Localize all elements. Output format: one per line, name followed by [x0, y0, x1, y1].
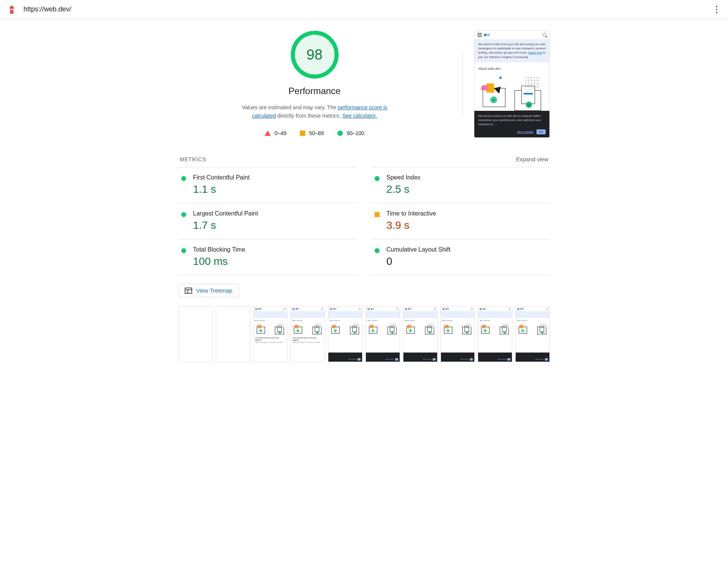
search-icon: [543, 33, 546, 37]
metric-value: 0: [386, 255, 547, 268]
filmstrip-thumbnail[interactable]: About web.dev More details: [441, 306, 475, 362]
preview-banner-link: Apply now: [528, 51, 542, 54]
square-icon: [375, 212, 380, 217]
metric-value: 1.1 s: [193, 183, 353, 195]
metric-name: Speed Index: [386, 174, 547, 181]
metric-value: 3.9 s: [386, 219, 547, 231]
metric-value: 2.5 s: [386, 183, 547, 195]
lighthouse-icon: [7, 5, 17, 14]
page-screenshot-preview[interactable]: We want to hear from you! We are looking…: [474, 30, 550, 138]
metric-row[interactable]: First Contentful Paint1.1 s: [178, 167, 356, 203]
metric-row[interactable]: Total Blocking Time100 ms: [178, 239, 356, 275]
triangle-icon: [265, 131, 271, 136]
hamburger-icon: [477, 33, 482, 37]
metric-name: Largest Contentful Paint: [193, 210, 353, 217]
filmstrip-thumbnail[interactable]: About web.dev More details: [515, 306, 550, 362]
metric-name: Cumulative Layout Shift: [386, 246, 547, 253]
square-icon: [300, 131, 305, 136]
preview-more-details-link: More details: [517, 130, 534, 134]
filmstrip-thumbnail[interactable]: About web.dev Let's build the future of …: [290, 306, 325, 362]
svg-rect-0: [11, 9, 13, 10]
legend-fail: 0–49: [265, 130, 286, 136]
audited-url[interactable]: https://web.dev/: [24, 5, 712, 13]
gauge-score-value: 98: [290, 30, 339, 79]
preview-illustration: [476, 77, 548, 111]
filmstrip-thumbnail[interactable]: About web.dev More details: [366, 306, 400, 362]
metric-value: 100 ms: [193, 255, 353, 268]
preview-banner: We want to hear from you! We are looking…: [474, 39, 549, 62]
filmstrip-thumbnail[interactable]: [216, 306, 250, 362]
legend-fail-label: 0–49: [275, 130, 286, 136]
desc-mid: directly from these metrics.: [276, 113, 342, 119]
metric-name: Time to Interactive: [386, 210, 547, 217]
filmstrip-thumbnail[interactable]: About web.dev Let's build the future of …: [253, 306, 288, 362]
filmstrip-thumbnail[interactable]: About web.dev More details: [403, 306, 438, 362]
circle-icon: [375, 248, 380, 253]
hero-section: 98 Performance Values are estimated and …: [178, 19, 550, 138]
circle-icon: [181, 176, 186, 181]
svg-rect-4: [185, 288, 192, 293]
treemap-label: View Treemap: [196, 287, 232, 294]
score-description: Values are estimated and may vary. The p…: [235, 103, 394, 120]
view-treemap-button[interactable]: View Treemap: [178, 284, 239, 297]
metric-name: First Contentful Paint: [193, 174, 353, 181]
metric-row[interactable]: Cumulative Layout Shift0: [372, 239, 550, 275]
preview-cookie-text: We serve cookies on this site to analyze…: [478, 114, 546, 127]
filmstrip-thumbnail[interactable]: About web.dev More details: [328, 306, 362, 362]
metric-name: Total Blocking Time: [193, 246, 353, 253]
circle-icon: [375, 176, 380, 181]
preview-about-heading: About web.dev: [474, 62, 549, 74]
expand-view-toggle[interactable]: Expand view: [516, 156, 548, 162]
category-title: Performance: [289, 86, 340, 96]
treemap-icon: [185, 288, 192, 294]
circle-icon: [181, 248, 186, 253]
filmstrip: About web.dev Let's build the future of …: [178, 306, 550, 362]
report-container: 98 Performance Values are estimated and …: [174, 19, 554, 377]
legend-average: 50–89: [300, 130, 324, 136]
legend-pass-label: 90–100: [347, 130, 364, 136]
preview-header: [474, 31, 549, 39]
topbar: https://web.dev/: [0, 0, 728, 19]
performance-gauge[interactable]: 98: [290, 30, 339, 79]
filmstrip-thumbnail[interactable]: About web.dev More details: [478, 306, 512, 362]
legend-average-label: 50–89: [309, 130, 324, 136]
metrics-title: METRICS: [180, 156, 206, 162]
metric-value: 1.7 s: [193, 219, 353, 231]
webdev-logo-icon: [484, 34, 490, 36]
more-menu-button[interactable]: [712, 5, 721, 14]
metric-row[interactable]: Largest Contentful Paint1.7 s: [178, 203, 356, 239]
preview-ok-button: OK: [537, 129, 546, 134]
metrics-section-header: METRICS Expand view: [178, 156, 550, 162]
see-calculator-link[interactable]: See calculator.: [342, 113, 377, 119]
legend-pass: 90–100: [337, 130, 364, 136]
score-summary: 98 Performance Values are estimated and …: [178, 30, 451, 138]
metrics-grid: First Contentful Paint1.1 sSpeed Index2.…: [178, 167, 550, 275]
metric-row[interactable]: Speed Index2.5 s: [372, 167, 550, 203]
preview-cookie-banner: We serve cookies on this site to analyze…: [474, 111, 549, 138]
circle-icon: [181, 212, 186, 217]
circle-icon: [337, 131, 343, 136]
hero-divider: [462, 54, 463, 115]
score-legend: 0–49 50–89 90–100: [265, 130, 364, 136]
metric-row[interactable]: Time to Interactive3.9 s: [372, 203, 550, 239]
filmstrip-thumbnail[interactable]: [178, 306, 213, 362]
desc-prefix: Values are estimated and may vary. The: [242, 104, 338, 110]
